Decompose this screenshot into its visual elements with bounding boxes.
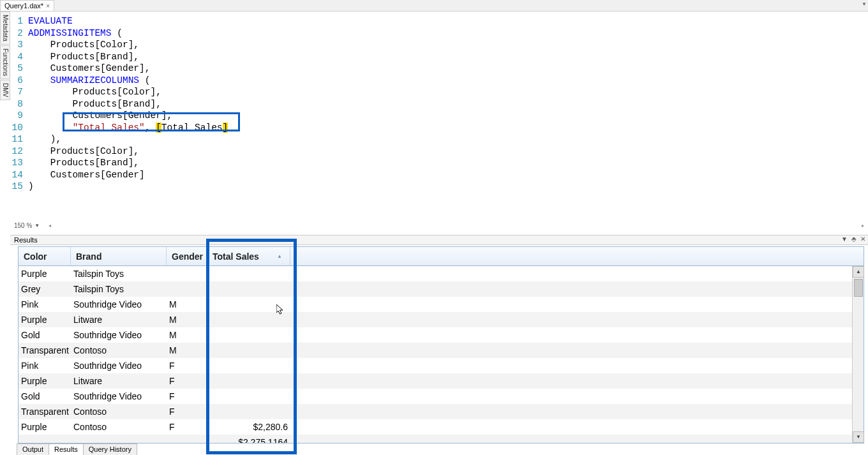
cell-gender: F (167, 421, 207, 433)
cell-color: Purple (19, 267, 71, 280)
cell-gender: F (167, 390, 207, 403)
cell-total-sales (207, 380, 290, 382)
cell-gender (167, 441, 207, 443)
cell-brand: Tailspin Toys (71, 267, 167, 280)
cell-color: Pink (19, 298, 71, 311)
grid-header-row: Color Brand Gender Total Sales▲ (19, 247, 864, 266)
table-row[interactable]: PinkSouthridge VideoM (19, 297, 852, 312)
tab-results[interactable]: Results (49, 444, 84, 455)
cell-gender (167, 272, 207, 275)
column-header-brand[interactable]: Brand (71, 247, 167, 265)
cell-color: Pink (19, 359, 71, 372)
cell-brand: Contoso (71, 405, 167, 418)
column-header-total-sales[interactable]: Total Sales▲ (207, 247, 290, 265)
cell-total-sales (207, 303, 290, 306)
grid-body[interactable]: PurpleTailspin ToysGreyTailspin ToysPink… (19, 266, 852, 443)
cell-brand: Tailspin Toys (71, 283, 167, 295)
cell-brand: Contoso (71, 344, 167, 357)
cell-gender: M (167, 344, 207, 357)
tab-title: Query1.dax* (4, 2, 43, 10)
column-header-filler (290, 247, 864, 265)
scroll-up-icon[interactable]: ▲ (853, 266, 864, 278)
table-row[interactable]: $2,275.1164 (19, 435, 852, 443)
cell-color: Grey (19, 283, 71, 295)
cell-gender: M (167, 313, 207, 326)
table-row[interactable]: PurpleLitwareF (19, 373, 852, 389)
zoom-dropdown-icon[interactable]: ▼ (34, 223, 40, 228)
cell-brand: Litware (71, 375, 167, 387)
document-tab[interactable]: Query1.dax* × (0, 0, 54, 11)
cell-total-sales (207, 318, 290, 321)
table-row[interactable]: TransparentContosoM (19, 343, 852, 358)
hscroll-right-icon[interactable]: ▸ (862, 223, 864, 228)
cell-gender: F (167, 359, 207, 372)
cell-gender: F (167, 405, 207, 418)
cell-total-sales (207, 349, 290, 352)
hscroll-left-icon[interactable]: ◂ (49, 223, 51, 228)
cell-brand: Southridge Video (71, 298, 167, 311)
results-grid: Color Brand Gender Total Sales▲ PurpleTa… (18, 246, 864, 444)
code-editor[interactable]: 1EVALUATE 2ADDMISSINGITEMS ( 3 Products[… (10, 11, 868, 221)
close-icon[interactable]: × (46, 3, 50, 10)
scroll-thumb[interactable] (854, 279, 863, 297)
cell-color: Purple (19, 421, 71, 433)
tab-output[interactable]: Output (17, 444, 49, 455)
cell-color: Gold (19, 390, 71, 403)
cell-color: Transparent (19, 344, 71, 357)
cell-brand (71, 441, 167, 443)
panel-pin-icon[interactable]: ⬘ (851, 235, 857, 242)
cell-brand: Contoso (71, 421, 167, 433)
sidetab-dmv[interactable]: DMV (0, 80, 10, 100)
cell-brand: Southridge Video (71, 359, 167, 372)
table-row[interactable]: PurpleTailspin Toys (19, 266, 852, 281)
sidetab-metadata[interactable]: Metadata (0, 11, 10, 45)
column-header-color[interactable]: Color (19, 247, 71, 265)
column-header-gender[interactable]: Gender (167, 247, 207, 265)
table-row[interactable]: PurpleContosoF$2,280.6 (19, 419, 852, 435)
table-row[interactable]: GoldSouthridge VideoF (19, 389, 852, 404)
cell-total-sales: $2,280.6 (207, 421, 290, 433)
tab-query-history[interactable]: Query History (83, 444, 137, 455)
cell-brand: Southridge Video (71, 329, 167, 341)
cell-color (19, 441, 71, 443)
cell-gender: M (167, 329, 207, 341)
cell-total-sales (207, 364, 290, 367)
cell-total-sales (207, 288, 290, 290)
table-row[interactable]: GoldSouthridge VideoM (19, 327, 852, 343)
cell-total-sales (207, 334, 290, 336)
cell-brand: Southridge Video (71, 390, 167, 403)
table-row[interactable]: PurpleLitwareM (19, 312, 852, 327)
panel-close-icon[interactable]: ✕ (860, 235, 865, 242)
panel-drag-handle-icon[interactable]: ▼ (862, 1, 867, 7)
sort-indicator-icon: ▲ (277, 253, 282, 259)
cell-color: Purple (19, 375, 71, 387)
cell-gender: F (167, 375, 207, 387)
cell-color: Gold (19, 329, 71, 341)
document-tabstrip: Query1.dax* × (0, 0, 868, 11)
cell-color: Purple (19, 313, 71, 326)
cell-total-sales (207, 410, 290, 413)
cell-total-sales (207, 395, 290, 398)
panel-menu-icon[interactable]: ▼ (841, 235, 848, 242)
cell-total-sales (207, 272, 290, 275)
table-row[interactable]: TransparentContosoF (19, 404, 852, 419)
sidetab-functions[interactable]: Functions (0, 45, 10, 79)
table-row[interactable]: PinkSouthridge VideoF (19, 358, 852, 373)
cell-gender: M (167, 298, 207, 311)
bottom-tab-group: Output Results Query History (17, 444, 137, 455)
cell-color: Transparent (19, 405, 71, 418)
cell-total-sales: $2,275.1164 (207, 436, 290, 443)
editor-zoom-label: 150 %▼ (10, 221, 868, 230)
results-panel-title: Results (10, 235, 868, 245)
vertical-scrollbar[interactable]: ▲ ▼ (852, 266, 864, 443)
side-tab-group: Metadata Functions DMV (0, 11, 10, 101)
scroll-down-icon[interactable]: ▼ (853, 431, 864, 443)
cell-gender (167, 288, 207, 290)
table-row[interactable]: GreyTailspin Toys (19, 281, 852, 297)
cell-brand: Litware (71, 313, 167, 326)
